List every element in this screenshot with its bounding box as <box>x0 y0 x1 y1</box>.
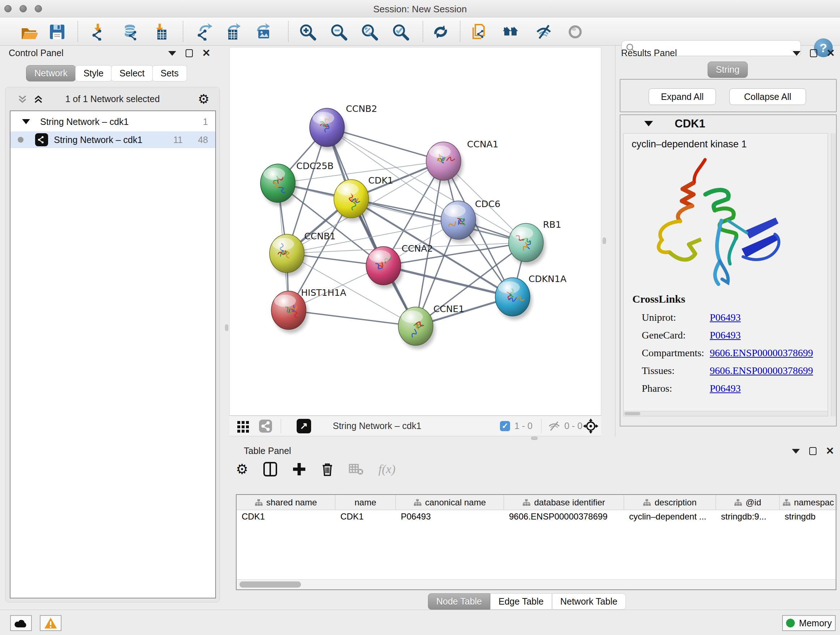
table-options-gear-icon[interactable]: ⚙ <box>236 461 248 477</box>
crosslink-row: GeneCard: P06493 <box>642 329 821 341</box>
svg-text:CDC25B: CDC25B <box>296 161 333 171</box>
control-panel-menu-icon[interactable] <box>168 51 176 56</box>
network-options-gear-icon[interactable]: ⚙ <box>198 92 210 107</box>
crosslink-link[interactable]: P06493 <box>710 329 741 341</box>
tab-select[interactable]: Select <box>111 65 153 81</box>
column-header-namespac[interactable]: namespac <box>780 495 837 510</box>
duplicate-pages-icon[interactable] <box>469 22 489 42</box>
tab-edge-table[interactable]: Edge Table <box>490 593 552 610</box>
control-panel-float-icon[interactable] <box>186 49 193 57</box>
hide-eye-icon[interactable] <box>534 22 554 42</box>
eye-disabled-icon[interactable] <box>565 22 585 42</box>
collapse-section-icon[interactable] <box>644 121 653 126</box>
selected-nodes-indicator[interactable]: ✓ 1 - 0 <box>500 416 532 436</box>
import-database-icon[interactable] <box>120 22 141 42</box>
table-panel-menu-icon[interactable] <box>792 449 800 454</box>
crosslink-link[interactable]: P06493 <box>710 383 741 394</box>
export-image-icon[interactable] <box>253 22 273 42</box>
cloud-icon <box>14 618 28 628</box>
refresh-layout-icon[interactable] <box>431 22 451 42</box>
crosslink-link[interactable]: P06493 <box>710 312 741 323</box>
gene-section-header[interactable]: CDK1 <box>621 115 836 133</box>
selected-checkbox-icon: ✓ <box>500 421 510 431</box>
table-cell[interactable]: CDK1 <box>340 511 393 522</box>
results-panel-close-icon[interactable]: ✕ <box>827 50 835 57</box>
tab-string[interactable]: String <box>707 62 748 78</box>
create-column-icon[interactable] <box>292 462 306 476</box>
detail-hscrollbar[interactable] <box>624 411 828 416</box>
results-gene-section: CDK1 cyclin–dependent kinase 1 <box>620 114 837 426</box>
network-list-view-icon[interactable] <box>258 416 273 436</box>
column-header-database-identifier[interactable]: database identifier <box>504 495 624 510</box>
network-node-CDC25B <box>261 164 297 206</box>
table-cell[interactable]: CDK1 <box>242 511 333 522</box>
export-network-icon[interactable] <box>195 22 215 42</box>
detail-vscrollbar[interactable] <box>831 133 836 416</box>
control-panel-tabs: NetworkStyleSelectSets <box>26 65 187 81</box>
tab-network[interactable]: Network <box>26 65 76 81</box>
tree-expander-icon[interactable] <box>22 119 30 124</box>
export-table-icon[interactable] <box>223 22 243 42</box>
expand-all-button[interactable]: Expand All <box>649 88 716 105</box>
zoom-selected-icon[interactable] <box>390 22 411 42</box>
fit-selected-crosshair-icon[interactable] <box>583 416 598 436</box>
column-header-canonical-name[interactable]: canonical name <box>396 495 504 510</box>
warnings-button[interactable] <box>40 615 62 631</box>
crosslink-link[interactable]: 9606.ENSP00000378699 <box>710 365 813 377</box>
main-toolbar: ? <box>0 17 840 46</box>
function-builder-icon: f(x) <box>378 462 395 476</box>
memory-button[interactable]: Memory <box>782 615 836 631</box>
table-cell[interactable]: cyclin–dependent ... <box>629 511 714 522</box>
table-panel-title: Table Panel <box>244 446 291 456</box>
hidden-nodes-indicator[interactable]: 0 - 0 <box>548 416 583 436</box>
save-session-icon[interactable] <box>47 22 67 42</box>
houses-icon[interactable] <box>501 22 521 42</box>
delete-column-icon[interactable] <box>321 462 333 477</box>
control-panel-close-icon[interactable]: ✕ <box>202 50 210 57</box>
svg-text:CCNA2: CCNA2 <box>401 243 433 254</box>
grid-view-icon[interactable] <box>237 416 249 436</box>
crosslink-link[interactable]: 9606.ENSP00000378699 <box>710 347 813 359</box>
bottom-splitter-handle[interactable] <box>531 437 538 440</box>
table-cell[interactable]: 9606.ENSP00000378699 <box>509 511 622 522</box>
results-panel-menu-icon[interactable] <box>793 51 801 56</box>
zoom-fit-icon[interactable] <box>359 22 379 42</box>
right-splitter-handle[interactable] <box>603 238 606 244</box>
network-tree-row[interactable]: String Network – cdk1 11 48 <box>11 131 215 148</box>
table-hscrollbar[interactable] <box>237 579 836 589</box>
tab-sets[interactable]: Sets <box>152 65 187 81</box>
zoom-out-icon[interactable] <box>328 22 349 42</box>
results-panel-float-icon[interactable] <box>810 49 817 57</box>
table-cell[interactable]: stringdb:9... <box>721 511 777 522</box>
network-node-RB1 <box>508 223 546 265</box>
toolbar-separator <box>183 21 183 42</box>
protein-structure-image <box>635 155 790 289</box>
toolbar-separator <box>288 21 289 42</box>
delete-table-icon <box>349 463 363 475</box>
cloud-button[interactable] <box>10 615 32 631</box>
column-header-description[interactable]: description <box>624 495 716 510</box>
column-header--id[interactable]: @id <box>716 495 780 510</box>
birdseye-view-icon[interactable]: ↗ <box>297 416 311 436</box>
column-header-shared-name[interactable]: shared name <box>237 495 335 510</box>
show-columns-icon[interactable] <box>264 462 277 477</box>
open-session-icon[interactable] <box>19 22 39 42</box>
table-panel-float-icon[interactable] <box>809 447 816 455</box>
column-header-name[interactable]: name <box>335 495 396 510</box>
network-node-CDKN1A <box>495 278 532 320</box>
footer-separator <box>281 419 281 433</box>
collapse-all-button[interactable]: Collapse All <box>729 88 806 105</box>
zoom-in-icon[interactable] <box>297 22 317 42</box>
tab-style[interactable]: Style <box>75 65 112 81</box>
import-table-icon[interactable] <box>150 22 171 42</box>
table-cell[interactable]: stringdb <box>785 511 835 522</box>
table-panel-close-icon[interactable]: ✕ <box>826 448 834 455</box>
left-splitter-handle[interactable] <box>225 325 228 331</box>
network-collection-box: 1 of 1 Network selected ⚙ String Network… <box>5 87 220 602</box>
tab-node-table[interactable]: Node Table <box>428 593 490 610</box>
network-tree-row[interactable]: String Network – cdk1 1 <box>11 113 215 130</box>
import-network-icon[interactable] <box>88 22 109 42</box>
table-cell[interactable]: P06493 <box>401 511 502 522</box>
network-view-canvas[interactable]: CCNB2 CCNA1 CDC25B CDK1 CDC6 RB1 CCNB1 <box>229 47 601 416</box>
tab-network-table[interactable]: Network Table <box>552 593 626 610</box>
